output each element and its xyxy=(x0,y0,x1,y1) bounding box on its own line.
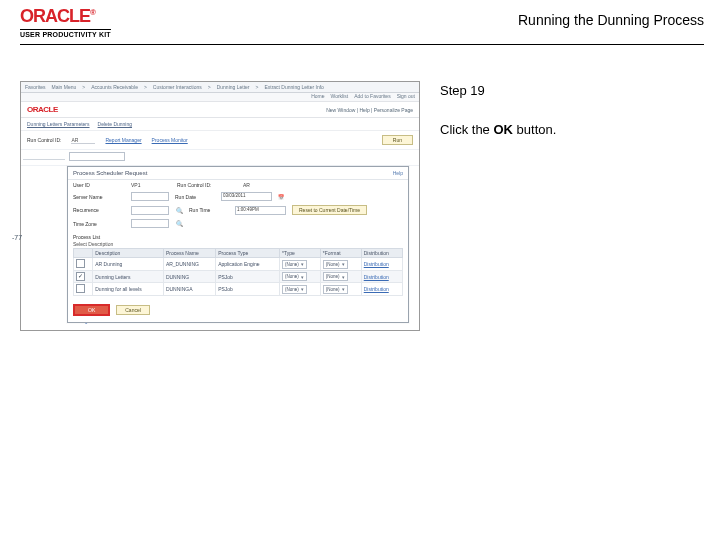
modal-title: Process Scheduler Request xyxy=(73,170,147,176)
calendar-icon[interactable]: 📅 xyxy=(278,194,284,200)
tab-dunning-params[interactable]: Dunning Letters Parameters xyxy=(27,121,90,127)
row1-desc: AR Dunning xyxy=(93,258,164,271)
link-home[interactable]: Home xyxy=(311,93,324,101)
page-tabs: Dunning Letters Parameters Delete Dunnin… xyxy=(21,118,419,131)
server-label: Server Name xyxy=(73,194,125,200)
row2-type-select[interactable]: (None)▾ xyxy=(282,272,307,281)
col-ptype: Process Type xyxy=(216,249,280,258)
chevron-down-icon: ▾ xyxy=(301,274,304,280)
row1-ptype: Application Engine xyxy=(216,258,280,271)
row1-checkbox[interactable] xyxy=(76,259,85,268)
upk-subtitle: USER PRODUCTIVITY KIT xyxy=(20,29,111,38)
lookup-icon[interactable]: 🔍 xyxy=(175,206,183,214)
timezone-label: Time Zone xyxy=(73,221,125,227)
run-time-field[interactable]: 1:00:49PM xyxy=(235,206,286,215)
scope-select[interactable] xyxy=(69,152,125,161)
nav-cust-int[interactable]: Customer Interactions xyxy=(153,84,202,90)
process-scheduler-modal: Process Scheduler Request Help User ID V… xyxy=(67,166,409,323)
process-monitor-link[interactable]: Process Monitor xyxy=(152,137,188,143)
tab-delete-dunning[interactable]: Delete Dunning xyxy=(98,121,132,127)
app-breadcrumb-bar: Favorites Main Menu > Accounts Receivabl… xyxy=(21,82,419,93)
row3-checkbox[interactable] xyxy=(76,284,85,293)
col-dist: Distribution xyxy=(361,249,402,258)
nav-main-menu[interactable]: Main Menu xyxy=(52,84,77,90)
link-worklist[interactable]: Worklist xyxy=(331,93,349,101)
table-row: Dunning for all levels DUNNINGA PSJob (N… xyxy=(74,283,403,296)
modal-help-link[interactable]: Help xyxy=(393,170,403,176)
app-oracle-logo: ORACLE xyxy=(27,105,58,114)
row1-pname: AR_DUNNING xyxy=(163,258,215,271)
process-list-table: Description Process Name Process Type *T… xyxy=(73,248,403,296)
run-time-label: Run Time xyxy=(189,207,229,213)
chevron-down-icon: ▾ xyxy=(342,286,345,292)
axis-tick: -77 xyxy=(12,234,22,241)
chevron-down-icon: ▾ xyxy=(301,286,304,292)
col-format: *Format xyxy=(320,249,361,258)
page-title: Running the Dunning Process xyxy=(111,6,704,28)
ok-word: OK xyxy=(493,122,513,137)
nav-ar[interactable]: Accounts Receivable xyxy=(91,84,138,90)
server-field[interactable] xyxy=(131,192,169,201)
oracle-wordmark: ORACLE xyxy=(20,6,90,26)
row3-type-select[interactable]: (None)▾ xyxy=(282,285,307,294)
process-list-heading: Process List xyxy=(73,232,403,241)
chevron-down-icon: ▾ xyxy=(342,261,345,267)
col-select xyxy=(74,249,93,258)
run-control-row: Run Control ID: AR Report Manager Proces… xyxy=(21,131,419,149)
row2-pname: DUNNING xyxy=(163,271,215,283)
link-add-fav[interactable]: Add to Favorites xyxy=(354,93,390,101)
modal-runctl-label: Run Control ID: xyxy=(177,182,237,188)
row3-dist-link[interactable]: Distribution xyxy=(364,286,389,292)
timezone-field[interactable] xyxy=(131,219,169,228)
row3-pname: DUNNINGA xyxy=(163,283,215,296)
table-row: ✓ Dunning Letters DUNNING PSJob (None)▾ … xyxy=(74,271,403,283)
col-desc: Description xyxy=(93,249,164,258)
reset-datetime-button[interactable]: Reset to Current Date/Time xyxy=(292,205,367,215)
run-date-field[interactable]: 03/03/2011 xyxy=(221,192,272,201)
link-signout[interactable]: Sign out xyxy=(397,93,415,101)
chevron-down-icon: ▾ xyxy=(342,274,345,280)
timezone-lookup-icon[interactable]: 🔍 xyxy=(175,220,183,228)
row2-ptype: PSJob xyxy=(216,271,280,283)
modal-runctl-value: AR xyxy=(243,182,250,188)
app-top-links: Home Worklist Add to Favorites Sign out xyxy=(21,93,419,102)
row3-ptype: PSJob xyxy=(216,283,280,296)
run-button[interactable]: Run xyxy=(382,135,413,145)
row2-checkbox[interactable]: ✓ xyxy=(76,272,85,281)
oracle-upk-logo: ORACLE® USER PRODUCTIVITY KIT xyxy=(20,6,111,38)
col-pname: Process Name xyxy=(163,249,215,258)
instruction-text: Click the OK button. xyxy=(440,120,704,141)
registered-mark: ® xyxy=(90,8,95,17)
row1-dist-link[interactable]: Distribution xyxy=(364,261,389,267)
table-row: AR Dunning AR_DUNNING Application Engine… xyxy=(74,258,403,271)
col-type: *Type xyxy=(279,249,320,258)
ok-button[interactable]: OK xyxy=(73,304,110,316)
row2-desc: Dunning Letters xyxy=(93,271,164,283)
row2-format-select[interactable]: (None)▾ xyxy=(323,272,348,281)
row3-format-select[interactable]: (None)▾ xyxy=(323,285,348,294)
app-window-links[interactable]: New Window | Help | Personalize Page xyxy=(326,107,413,113)
row1-type-select[interactable]: (None)▾ xyxy=(282,260,307,269)
recurrence-field[interactable] xyxy=(131,206,169,215)
embedded-screenshot: Favorites Main Menu > Accounts Receivabl… xyxy=(20,81,420,331)
row1-format-select[interactable]: (None)▾ xyxy=(323,260,348,269)
cancel-button[interactable]: Cancel xyxy=(116,305,150,315)
row2-dist-link[interactable]: Distribution xyxy=(364,274,389,280)
step-number: Step 19 xyxy=(440,81,704,102)
recurrence-label: Recurrence xyxy=(73,207,125,213)
run-control-label: Run Control ID: xyxy=(27,137,61,143)
scope-row xyxy=(21,149,419,166)
user-id-label: User ID xyxy=(73,182,125,188)
nav-favorites[interactable]: Favorites xyxy=(25,84,46,90)
report-manager-link[interactable]: Report Manager xyxy=(105,137,141,143)
chevron-down-icon: ▾ xyxy=(301,261,304,267)
run-date-label: Run Date xyxy=(175,194,215,200)
process-list-subhead: Select Description xyxy=(73,241,403,248)
nav-dunning-letter[interactable]: Dunning Letter xyxy=(217,84,250,90)
row3-desc: Dunning for all levels xyxy=(93,283,164,296)
run-control-value: AR xyxy=(71,137,95,144)
nav-extract[interactable]: Extract Dunning Letter Info xyxy=(264,84,323,90)
user-id-value: VP1 xyxy=(131,182,171,188)
